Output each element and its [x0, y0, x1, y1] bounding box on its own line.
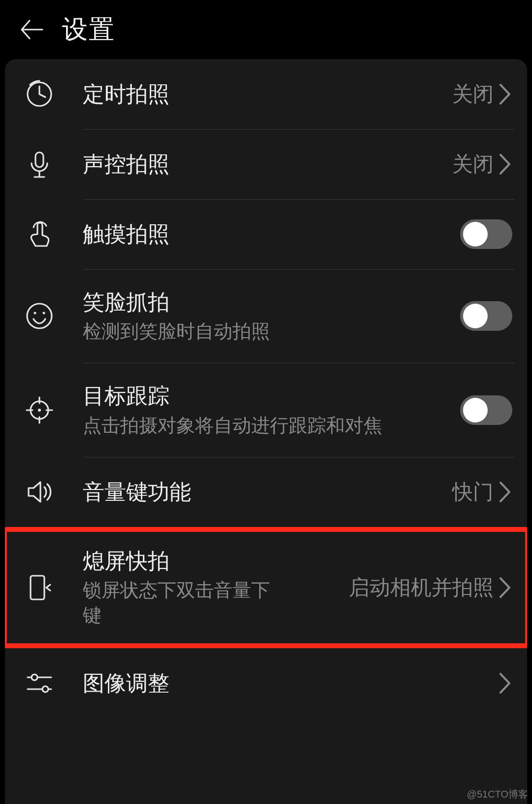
row-smile-capture[interactable]: 笑脸抓拍 检测到笑脸时自动拍照 [5, 269, 527, 363]
phone-quick-icon [25, 573, 54, 602]
toggle-switch[interactable] [460, 395, 512, 425]
row-target-tracking[interactable]: 目标跟踪 点击拍摄对象将自动进行跟踪和对焦 [5, 363, 527, 456]
chevron-right-icon [498, 153, 512, 175]
row-label: 笑脸抓拍 检测到笑脸时自动拍照 [83, 288, 460, 344]
row-value: 关闭 [452, 80, 494, 108]
toggle-switch[interactable] [460, 219, 512, 249]
watermark: @51CTO博客 [467, 788, 528, 801]
volume-icon [25, 477, 54, 507]
svg-rect-1 [35, 152, 43, 167]
settings-panel: 定时拍照 关闭 声控拍照 关闭 触摸拍照 [5, 59, 527, 804]
timer-icon [25, 79, 54, 109]
svg-point-9 [42, 686, 48, 692]
chevron-right-icon [498, 672, 512, 695]
row-touch-shot[interactable]: 触摸拍照 [5, 199, 527, 269]
row-label: 目标跟踪 点击拍摄对象将自动进行跟踪和对焦 [83, 382, 460, 438]
header: 设置 [0, 0, 532, 59]
smile-icon [25, 301, 54, 331]
row-label: 音量键功能 [83, 478, 452, 506]
settings-screen: 设置 定时拍照 关闭 声控拍照 关闭 [0, 0, 532, 804]
row-label: 触摸拍照 [83, 220, 460, 248]
row-value: 快门 [452, 478, 494, 506]
chevron-right-icon [498, 83, 512, 105]
sliders-icon [25, 668, 54, 698]
row-timer-shot[interactable]: 定时拍照 关闭 [5, 59, 527, 129]
chevron-right-icon [498, 576, 512, 599]
svg-point-8 [32, 674, 37, 680]
row-volume-key[interactable]: 音量键功能 快门 [5, 457, 527, 527]
row-image-adjust[interactable]: 图像调整 [5, 648, 527, 718]
row-label: 熄屏快拍 锁屏状态下双击音量下键 [83, 547, 349, 629]
row-value: 启动相机并拍照 [349, 574, 494, 601]
target-icon [25, 395, 54, 425]
row-label: 定时拍照 [83, 80, 452, 108]
toggle-switch[interactable] [460, 301, 512, 331]
svg-rect-7 [31, 576, 44, 599]
row-quick-snapshot[interactable]: 熄屏快拍 锁屏状态下双击音量下键 启动相机并拍照 [5, 527, 527, 648]
microphone-icon [25, 149, 54, 179]
svg-point-3 [34, 312, 36, 315]
row-value: 关闭 [452, 150, 494, 178]
svg-point-6 [38, 409, 41, 412]
svg-point-2 [27, 304, 52, 328]
row-label: 声控拍照 [83, 150, 452, 178]
back-icon[interactable] [19, 17, 44, 42]
chevron-right-icon [498, 481, 512, 503]
page-title: 设置 [62, 12, 115, 47]
row-voice-shot[interactable]: 声控拍照 关闭 [5, 129, 527, 199]
row-label: 图像调整 [83, 669, 498, 697]
touch-icon [25, 219, 54, 249]
svg-point-4 [43, 312, 45, 315]
